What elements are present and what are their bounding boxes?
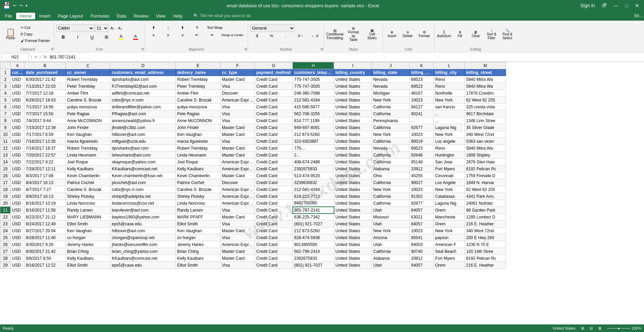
menu-home[interactable]: Home: [16, 13, 35, 19]
menu-file[interactable]: File: [1, 13, 15, 19]
table-cell[interactable]: 92648: [410, 152, 434, 159]
table-cell[interactable]: adflint@comcast.net: [110, 90, 176, 97]
table-cell[interactable]: yuliya morozova: [176, 104, 221, 110]
table-cell[interactable]: Ken Vaughan: [66, 131, 110, 138]
table-cell[interactable]: Nevada: [372, 83, 410, 90]
underline-btn[interactable]: U: [85, 33, 99, 41]
text-direction-btn[interactable]: ↰: [190, 24, 204, 31]
table-cell[interactable]: California: [372, 104, 410, 110]
header-cell-cc_type[interactable]: cc_type: [221, 69, 255, 76]
indent-increase-btn[interactable]: ⇥: [205, 32, 218, 38]
table-cell[interactable]: 1808 Shipley: [465, 152, 506, 159]
header-cell-delivery_name[interactable]: delivery_name: [176, 69, 221, 76]
restore-btn[interactable]: 🗗: [600, 2, 609, 9]
table-cell[interactable]: 6/29/2017 18:03: [24, 97, 66, 104]
table-cell[interactable]: Elliot Smith: [176, 221, 221, 227]
table-cell[interactable]: 9617 Birchdale: [465, 110, 506, 117]
fill-btn[interactable]: ⬇ Fill: [452, 24, 468, 44]
table-cell[interactable]: American Express: [221, 193, 255, 200]
table-cell[interactable]: Credit Card: [255, 200, 293, 207]
table-cell[interactable]: Nevada: [372, 145, 410, 152]
table-cell[interactable]: New York: [434, 227, 465, 234]
table-cell[interactable]: 775-747-3505: [293, 83, 334, 90]
table-cell[interactable]: Elliot Smith: [66, 221, 110, 227]
table-cell[interactable]: 33912: [410, 255, 434, 262]
undo-btn[interactable]: ↩: [13, 3, 17, 8]
table-cell[interactable]: 10023: [410, 97, 434, 104]
table-cell[interactable]: 212-581-4164: [293, 186, 334, 193]
table-cell[interactable]: jhanks@secureoffer.com: [110, 241, 176, 248]
table-cell[interactable]: 1759 Fireside D: [465, 172, 506, 179]
menu-page-layout[interactable]: Page Layout: [54, 13, 86, 19]
table-cell[interactable]: 7/7/2017 12:18: [24, 90, 66, 97]
table-cell[interactable]: 8192 Pelican Rc: [465, 165, 506, 172]
menu-review[interactable]: Review: [130, 13, 152, 19]
table-cell[interactable]: 120 14th Stree: [465, 248, 506, 255]
table-cell[interactable]: 45255: [410, 172, 434, 179]
table-cell[interactable]: 4341 Park Arro: [465, 193, 506, 200]
table-cell[interactable]: KKaulbars@comcast.net: [110, 255, 176, 262]
table-cell[interactable]: Caroline S. Brozak: [66, 186, 110, 193]
cancel-formula-icon[interactable]: ✕: [34, 55, 37, 60]
name-box[interactable]: [1, 53, 29, 61]
table-cell[interactable]: USD: [11, 165, 24, 172]
table-cell[interactable]: Joel Roque: [176, 159, 221, 165]
table-cell[interactable]: United States: [334, 145, 372, 152]
table-cell[interactable]: 8/3/2017 17:08: [24, 172, 66, 179]
table-cell[interactable]: 8/28/2017 11:40: [24, 234, 66, 241]
table-cell[interactable]: Cincinnati: [434, 172, 465, 179]
cut-btn[interactable]: ✂ Cut: [19, 24, 52, 31]
decrease-decimal-btn[interactable]: ←.0: [308, 33, 322, 39]
table-cell[interactable]: United States: [334, 248, 372, 255]
increase-decimal-btn[interactable]: .0→: [293, 33, 307, 39]
table-cell[interactable]: 90027: [410, 179, 434, 186]
table-cell[interactable]: 7/15/2017 12:39: [24, 124, 66, 131]
table-cell[interactable]: USD: [11, 110, 24, 117]
table-cell[interactable]: 7/28/2017 12:11: [24, 165, 66, 172]
table-cell[interactable]: Linda Heumann: [66, 152, 110, 159]
currency-btn[interactable]: $: [250, 33, 264, 39]
table-cell[interactable]: United States: [334, 165, 372, 172]
clipboard-expand-icon[interactable]: ⧉: [51, 47, 53, 51]
table-cell[interactable]: 8/9/2017 16:13: [24, 193, 66, 200]
table-cell[interactable]: Credit Card: [255, 248, 293, 255]
table-cell[interactable]: New York: [372, 131, 410, 138]
table-cell[interactable]: Los Angele: [434, 179, 465, 186]
table-cell[interactable]: USD: [11, 159, 24, 165]
table-cell[interactable]: brian_ching@yahoo.com: [110, 248, 176, 255]
table-cell[interactable]: csbx@nyc.rr.com: [110, 186, 176, 193]
table-cell[interactable]: 10023: [410, 227, 434, 234]
col-header-J[interactable]: J: [372, 62, 410, 69]
table-cell[interactable]: Shirley Plutsky: [66, 193, 110, 200]
table-cell[interactable]: Reno: [434, 145, 465, 152]
table-cell[interactable]: Calabasas: [434, 193, 465, 200]
table-cell[interactable]: 1236 N 70 E: [465, 241, 506, 248]
indent-decrease-btn[interactable]: ⇤: [190, 32, 204, 38]
close-btn[interactable]: ✕: [633, 2, 641, 9]
table-cell[interactable]: New York: [434, 131, 465, 138]
table-cell[interactable]: 9492755060: [293, 200, 334, 207]
header-cell-billing_state[interactable]: billing_state: [372, 69, 410, 76]
status-view-normal[interactable]: ⊞: [581, 326, 584, 331]
table-cell[interactable]: United States: [334, 179, 372, 186]
table-cell[interactable]: 8192 Pelican Rc: [465, 255, 506, 262]
table-cell[interactable]: 775-747-3505: [293, 76, 334, 83]
table-cell[interactable]: Randy Larsen: [66, 207, 110, 214]
col-header-A[interactable]: A: [11, 62, 24, 69]
table-cell[interactable]: 5840 Mitra Wa: [465, 83, 506, 90]
header-cell-customers_telephone[interactable]: customers_telephone: [293, 69, 334, 76]
table-cell[interactable]: 7/20/2017 22:57: [24, 152, 66, 159]
table-cell[interactable]: USD: [11, 131, 24, 138]
table-cell[interactable]: bayless1960@yahoo.com: [110, 214, 176, 221]
table-cell[interactable]: 250 E Hwy 260: [465, 234, 506, 241]
table-cell[interactable]: Credit Card: [255, 131, 293, 138]
table-cell[interactable]: Credit Card: [255, 145, 293, 152]
table-cell[interactable]: 63021: [410, 214, 434, 221]
table-cell[interactable]: Credit Card: [255, 193, 293, 200]
table-cell[interactable]: Robert Tremblay: [176, 76, 221, 83]
table-cell[interactable]: United States: [334, 221, 372, 227]
table-cell[interactable]: Visa: [221, 117, 255, 124]
table-cell[interactable]: United States: [334, 214, 372, 221]
table-cell[interactable]: 95148: [410, 159, 434, 165]
table-cell[interactable]: Pete Ragias: [66, 110, 110, 117]
